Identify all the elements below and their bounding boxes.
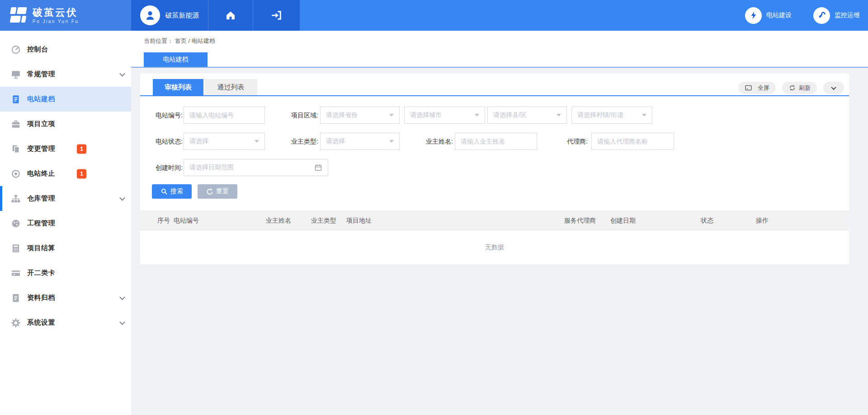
owner-type-select[interactable]: 请选择 — [320, 133, 400, 150]
province-select[interactable]: 请选择省份 — [320, 107, 400, 124]
sidebar-item-system-settings[interactable]: 系统设置 — [0, 310, 131, 335]
topbar: 当前位置：首页 / 电站建档 电站建档 — [131, 31, 868, 68]
col-service-agent: 服务代理商 — [564, 210, 596, 230]
col-created-date: 创建日期 — [610, 210, 636, 230]
chevron-down-icon — [119, 70, 125, 76]
calculator-icon — [11, 243, 21, 253]
refresh-button[interactable]: 刷新 — [782, 82, 817, 94]
col-project-address: 项目地址 — [346, 210, 372, 230]
agent-input[interactable] — [591, 133, 674, 150]
sidebar-item-console[interactable]: 控制台 — [0, 37, 131, 62]
nav-station-build-label: 电站建设 — [766, 11, 792, 19]
fullscreen-button[interactable]: 全屏 — [738, 82, 776, 94]
briefcase-icon — [11, 119, 21, 129]
table-header: 序号 电站编号 业主姓名 业主类型 项目地址 服务代理商 创建日期 状态 操作 — [140, 210, 849, 230]
sidebar-item-engineering-mgmt[interactable]: 工程管理 — [0, 211, 131, 236]
chevron-down-icon — [119, 195, 125, 201]
active-edge-indicator — [0, 186, 2, 211]
home-icon — [225, 10, 236, 21]
sidebar-item-general-mgmt[interactable]: 常规管理 — [0, 62, 131, 87]
reset-button[interactable]: 重置 — [198, 184, 237, 199]
sidebar-item-warehouse-mgmt[interactable]: 仓库管理 — [0, 186, 131, 211]
agent-label: 代理商: — [552, 133, 588, 150]
caret-down-icon — [389, 114, 394, 117]
panel-toolbar: 全屏 刷新 — [738, 82, 844, 94]
sidebar-item-station-archive[interactable]: 电站建档 — [0, 87, 131, 112]
empty-state-text: 无数据 — [140, 231, 849, 264]
content-area: 审核列表 通过列表 全屏 刷新 电站编号: 项目区域: 请选择省份 — [131, 68, 868, 415]
sidebar-item-data-archive[interactable]: 资料归档 — [0, 285, 131, 310]
logout-button[interactable] — [253, 0, 300, 31]
lightning-icon — [749, 11, 758, 20]
station-status-select[interactable]: 请选择 — [184, 133, 265, 150]
col-index: 序号 — [157, 210, 170, 230]
sidebar-item-project-initiation[interactable]: 项目立项 — [0, 112, 131, 136]
topbar-divider — [131, 67, 868, 68]
brand-flag-icon — [7, 6, 28, 24]
sidebar: 控制台 常规管理 电站建档 项目立项 变更管理 1 电站终止 1 — [0, 31, 131, 415]
sidebar-item-station-terminate[interactable]: 电站终止 1 — [0, 161, 131, 186]
sidebar-item-project-settlement[interactable]: 项目结算 — [0, 236, 131, 261]
sidebar-item-change-mgmt[interactable]: 变更管理 1 — [0, 136, 131, 161]
calendar-icon — [314, 163, 322, 172]
lightning-icon-circle — [745, 7, 762, 24]
col-status: 状态 — [701, 210, 713, 230]
date-range-input[interactable]: 请选择日期范围 — [184, 159, 328, 176]
account-name: 破茧新能源 — [165, 11, 199, 20]
station-status-label: 电站状态: — [146, 133, 183, 150]
account-button[interactable]: 破茧新能源 — [131, 0, 208, 31]
tab-underline — [140, 95, 849, 96]
pie-chart-icon — [11, 219, 21, 228]
user-icon — [144, 9, 156, 21]
gear-icon — [11, 318, 21, 328]
fullscreen-icon — [745, 84, 752, 92]
credit-card-icon — [11, 268, 21, 278]
caret-down-icon — [389, 140, 394, 143]
document-icon — [11, 94, 21, 104]
col-owner-type: 业主类型 — [311, 210, 336, 230]
caret-down-icon — [255, 140, 259, 143]
station-no-label: 电站编号: — [146, 107, 183, 124]
region-label: 项目区域: — [282, 107, 318, 124]
chevron-down-icon — [831, 84, 836, 89]
reset-icon — [206, 188, 213, 195]
town-select[interactable]: 请选择村镇/街道 — [571, 107, 652, 124]
caret-down-icon — [475, 114, 479, 117]
search-button[interactable]: 搜索 — [152, 184, 192, 199]
badge-count: 1 — [77, 169, 86, 178]
nav-station-build[interactable]: 电站建设 — [745, 7, 792, 24]
county-select[interactable]: 请选择县/区 — [487, 107, 567, 124]
home-button[interactable] — [208, 0, 253, 31]
tab-review-list[interactable]: 审核列表 — [153, 79, 203, 95]
sitemap-icon — [11, 194, 21, 204]
page-tab-station-archive[interactable]: 电站建档 — [144, 52, 208, 67]
tab-passed-list[interactable]: 通过列表 — [204, 79, 257, 95]
sidebar-item-open-card[interactable]: 开二类卡 — [0, 261, 131, 285]
account-strip: 破茧新能源 — [131, 0, 300, 31]
col-actions: 操作 — [756, 210, 769, 230]
city-select[interactable]: 请选择城市 — [404, 107, 485, 124]
col-owner-name: 业主姓名 — [266, 210, 291, 230]
station-archive-panel: 审核列表 通过列表 全屏 刷新 电站编号: 项目区域: 请选择省份 — [140, 74, 849, 264]
wrench-icon — [817, 11, 826, 20]
station-no-input[interactable] — [184, 107, 265, 124]
breadcrumb-path: 首页 / 电站建档 — [175, 37, 215, 44]
wrench-icon-circle — [813, 7, 830, 24]
brand-subtitle: Po Jian Yun Fu — [33, 19, 79, 24]
refresh-icon — [788, 84, 796, 92]
collapse-button[interactable] — [823, 82, 844, 94]
nav-monitor-ops-label: 监控运维 — [835, 11, 860, 19]
breadcrumb: 当前位置：首页 / 电站建档 — [144, 37, 217, 45]
brand-logo: 破茧云伏 Po Jian Yun Fu — [0, 0, 131, 31]
col-station-no: 电站编号 — [174, 210, 199, 230]
caret-down-icon — [557, 114, 561, 117]
search-icon — [160, 188, 168, 195]
nav-monitor-ops[interactable]: 监控运维 — [813, 7, 860, 24]
copy-files-icon — [11, 144, 21, 154]
created-time-label: 创建时间: — [146, 159, 183, 176]
record-circle-icon — [11, 169, 21, 179]
caret-down-icon — [642, 114, 646, 117]
monitor-icon — [11, 70, 21, 79]
owner-name-input[interactable] — [455, 133, 537, 150]
chevron-down-icon — [119, 294, 125, 300]
